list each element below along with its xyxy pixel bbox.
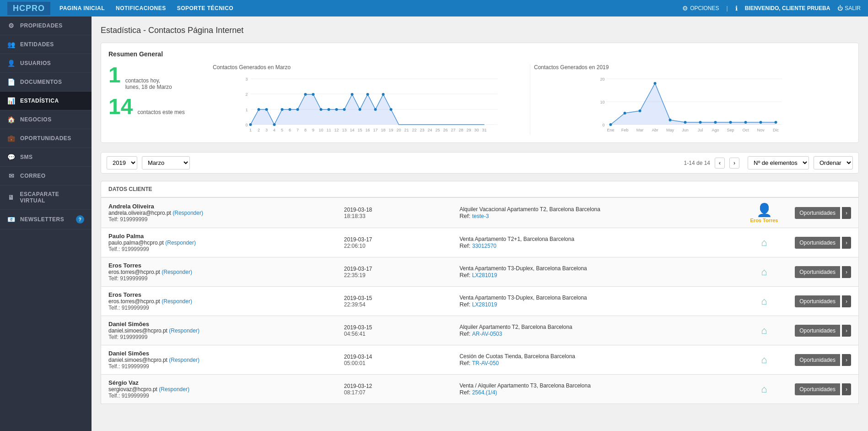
oportunidades-button[interactable]: Oportunidades bbox=[795, 207, 840, 219]
client-name: Daniel Simões bbox=[108, 350, 340, 357]
oportunidades-button[interactable]: Oportunidades bbox=[795, 237, 840, 249]
sidebar-item-oportunidades[interactable]: 💼 OPORTUNIDADES bbox=[0, 129, 92, 148]
property-icon: ⌂ bbox=[741, 295, 787, 307]
client-tel: Telf.: 919999999 bbox=[108, 246, 340, 252]
svg-text:Ago: Ago bbox=[712, 128, 719, 132]
oportunidades-arrow[interactable]: › bbox=[842, 295, 851, 307]
reply-link[interactable]: (Responder) bbox=[165, 240, 196, 246]
entidades-icon: 👥 bbox=[7, 41, 16, 48]
client-tel: Telf: 919999999 bbox=[108, 275, 340, 282]
sidebar-item-escaparate[interactable]: 🖥 ESCAPARATE VIRTUAL bbox=[0, 185, 92, 210]
oportunidades-button[interactable]: Oportunidades bbox=[795, 266, 840, 278]
order-select[interactable]: Ordenar bbox=[814, 156, 853, 169]
svg-point-18 bbox=[320, 108, 323, 111]
stat-today-label: contactos hoy, lunes, 18 de Marzo bbox=[125, 77, 172, 90]
svg-point-23 bbox=[359, 108, 361, 111]
sidebar-item-estadistica[interactable]: 📊 ESTADÍSTICA bbox=[0, 92, 92, 110]
chart-2019: Contactos Generados en 2019 20 10 0 bbox=[530, 64, 851, 135]
agent-name: Eros Torres bbox=[741, 218, 787, 223]
oportunidades-arrow[interactable]: › bbox=[842, 325, 851, 337]
svg-point-17 bbox=[312, 93, 315, 96]
svg-text:3: 3 bbox=[245, 77, 248, 82]
contact-date: 2019-03-14 05:00:01 bbox=[344, 354, 455, 366]
svg-text:14: 14 bbox=[350, 128, 354, 132]
reply-link[interactable]: (Responder) bbox=[173, 210, 203, 216]
stat-month-number: 14 bbox=[108, 96, 133, 118]
table-row: Eros Torres eros.torres@hcpro.pt (Respon… bbox=[101, 287, 859, 316]
sidebar-item-usuarios[interactable]: 👤 USUARIOS bbox=[0, 54, 92, 73]
client-info: Daniel Simões daniel.simoes@hcpro.pt (Re… bbox=[108, 321, 340, 340]
page-title: Estadística - Contactos Página Internet bbox=[101, 26, 859, 35]
svg-point-12 bbox=[273, 123, 276, 126]
client-info: Eros Torres eros.torres@hcpro.pt (Respon… bbox=[108, 262, 340, 282]
svg-point-76 bbox=[760, 121, 762, 124]
nav-notificaciones[interactable]: NOTIFICACIONES bbox=[116, 5, 166, 11]
client-tel: Telf.: 919999999 bbox=[108, 363, 340, 370]
property-icon: ⌂ bbox=[741, 383, 787, 395]
nav-soporte[interactable]: SOPORTE TÉCNICO bbox=[177, 5, 234, 11]
year-select[interactable]: 2019 2018 2017 bbox=[107, 156, 137, 169]
svg-text:10: 10 bbox=[600, 100, 604, 104]
contact-date: 2019-03-17 22:06:10 bbox=[344, 236, 455, 249]
nav-divider: | bbox=[727, 5, 728, 11]
sidebar-item-correo[interactable]: ✉ CORREO bbox=[0, 167, 92, 185]
svg-point-20 bbox=[335, 108, 338, 111]
row-actions: Oportunidades › bbox=[792, 354, 851, 366]
svg-text:18: 18 bbox=[381, 128, 385, 132]
sidebar-item-propiedades[interactable]: ⚙ PROPIEDADES bbox=[0, 16, 92, 35]
property-ref-link[interactable]: LX281019 bbox=[472, 301, 497, 308]
oportunidades-button[interactable]: Oportunidades bbox=[795, 383, 840, 395]
client-info: Daniel Simões daniel.simoes@hcpro.pt (Re… bbox=[108, 350, 340, 370]
month-select[interactable]: Enero Febrero Marzo Abril Mayo Junio Jul… bbox=[142, 156, 190, 169]
property-ref-link[interactable]: TR-AV-050 bbox=[472, 360, 499, 366]
logo[interactable]: HCPRO bbox=[7, 2, 50, 15]
summary-heading: Resumen General bbox=[108, 50, 851, 58]
negocios-icon: 🏠 bbox=[7, 116, 16, 123]
oportunidades-arrow[interactable]: › bbox=[842, 354, 851, 366]
sidebar-item-newsletters[interactable]: 📧 NEWSLETTERS ? bbox=[0, 210, 92, 229]
oportunidades-button[interactable]: Oportunidades bbox=[795, 325, 840, 337]
summary-row: 1 contactos hoy, lunes, 18 de Marzo 14 c… bbox=[108, 64, 851, 135]
options-button[interactable]: ⚙ OPCIONES bbox=[682, 5, 719, 12]
oportunidades-arrow[interactable]: › bbox=[842, 207, 851, 219]
reply-link[interactable]: (Responder) bbox=[169, 327, 199, 334]
summary-stats: 1 contactos hoy, lunes, 18 de Marzo 14 c… bbox=[108, 64, 200, 135]
oportunidades-button[interactable]: Oportunidades bbox=[795, 295, 840, 307]
client-info: Andrela Oliveira andrela.oliveira@hcpro.… bbox=[108, 203, 340, 223]
oportunidades-arrow[interactable]: › bbox=[842, 383, 851, 395]
pagination-next[interactable]: › bbox=[729, 158, 739, 169]
property-info: Alquiler Vacacional Apartamento T2, Barc… bbox=[459, 206, 737, 219]
oportunidades-button[interactable]: Oportunidades bbox=[795, 354, 840, 366]
svg-text:22: 22 bbox=[412, 128, 416, 132]
reply-link[interactable]: (Responder) bbox=[169, 357, 199, 363]
property-ref-link[interactable]: teste-3 bbox=[472, 213, 489, 219]
svg-point-70 bbox=[669, 119, 672, 121]
reply-link[interactable]: (Responder) bbox=[162, 269, 192, 275]
estadistica-icon: 📊 bbox=[7, 97, 16, 104]
property-ref-link[interactable]: 33012570 bbox=[472, 243, 496, 249]
reply-link[interactable]: (Responder) bbox=[162, 298, 192, 305]
oportunidades-arrow[interactable]: › bbox=[842, 266, 851, 278]
table-row: Andrela Oliveira andrela.oliveira@hcpro.… bbox=[101, 198, 859, 228]
reply-link[interactable]: (Responder) bbox=[159, 386, 189, 393]
sidebar-item-negocios[interactable]: 🏠 NEGOCIOS bbox=[0, 110, 92, 129]
nav-pagina-inicial[interactable]: PAGINA INICIAL bbox=[59, 5, 105, 11]
oportunidades-arrow[interactable]: › bbox=[842, 237, 851, 249]
escaparate-icon: 🖥 bbox=[7, 194, 15, 201]
sidebar-item-entidades[interactable]: 👥 ENTIDADES bbox=[0, 35, 92, 54]
logout-button[interactable]: ⏻ SALIR bbox=[837, 5, 861, 11]
pagination-prev[interactable]: ‹ bbox=[715, 158, 725, 169]
elements-select[interactable]: Nº de elementos bbox=[748, 156, 809, 169]
property-ref-link[interactable]: 2564.(1/4) bbox=[472, 389, 497, 396]
svg-text:Sep: Sep bbox=[727, 128, 734, 132]
sidebar-item-documentos[interactable]: 📄 DOCUMENTOS bbox=[0, 73, 92, 92]
gear-icon: ⚙ bbox=[682, 5, 688, 12]
property-ref-link[interactable]: AR-AV-0503 bbox=[472, 331, 502, 337]
svg-text:24: 24 bbox=[427, 128, 432, 132]
svg-text:2: 2 bbox=[245, 92, 248, 97]
contact-date: 2019-03-15 04:56:41 bbox=[344, 324, 455, 337]
property-ref-link[interactable]: LX281019 bbox=[472, 272, 497, 278]
svg-text:0: 0 bbox=[245, 123, 248, 127]
sidebar-item-sms[interactable]: 💬 SMS bbox=[0, 148, 92, 167]
client-info: Sérgio Vaz sergiovaz@hcpro.pt (Responder… bbox=[108, 379, 340, 399]
